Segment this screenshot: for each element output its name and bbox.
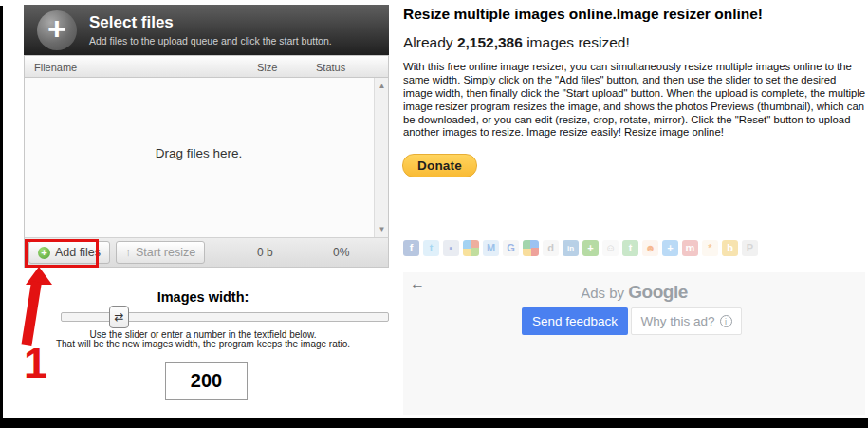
start-arrow-icon: ↑	[125, 246, 131, 259]
drop-files-hint: Drag files here.	[25, 146, 373, 160]
highlight-rectangle	[25, 239, 99, 268]
column-status: Status	[316, 62, 345, 73]
upload-widget-subtitle: Add files to the upload queue and click …	[89, 35, 332, 47]
digg-icon[interactable]: d	[543, 240, 559, 256]
msn-icon[interactable]: M	[483, 240, 499, 256]
mixx-icon[interactable]: m	[682, 240, 698, 256]
facebook-icon[interactable]: f	[403, 240, 419, 256]
width-input[interactable]	[165, 362, 248, 400]
google-buzz-icon[interactable]: +	[662, 240, 678, 256]
reddit-icon[interactable]: ☺	[602, 240, 619, 256]
google-bookmarks-icon[interactable]: G	[503, 240, 519, 256]
google-ad-panel: ← Ads by Google Send feedback Why this a…	[403, 272, 865, 415]
ads-by-text: Ads by	[581, 285, 628, 301]
width-slider-handle[interactable]: ⇄	[109, 306, 129, 328]
intro-paragraph: With this free online image resizer, you…	[403, 61, 867, 140]
slider-help-line2: That will be the new images width, the p…	[0, 339, 406, 349]
slider-handle-icon: ⇄	[114, 310, 123, 324]
start-resize-label: Start resize	[136, 246, 195, 259]
share-icons-row: ft▪MGdin+☺t☻+m*bP	[403, 240, 758, 256]
donate-button[interactable]: Donate	[402, 154, 477, 177]
page-title: Resize multiple images online.Image resi…	[403, 6, 866, 23]
images-width-heading: Images width:	[0, 289, 406, 305]
google-logo: Google	[628, 282, 687, 302]
file-list-scrollbar[interactable]: ▲ ▼	[374, 78, 388, 237]
blogmarks-icon[interactable]: b	[722, 240, 738, 256]
windows-live-icon[interactable]	[463, 240, 479, 256]
send-feedback-button[interactable]: Send feedback	[522, 307, 628, 335]
upload-widget-title: Select files	[89, 13, 332, 32]
file-list-header: Filename Size Status	[24, 55, 389, 78]
resized-counter: Already 2,152,386 images resized!	[403, 34, 630, 51]
technorati-icon[interactable]: t	[622, 240, 638, 256]
twitter-icon[interactable]: t	[423, 240, 439, 256]
bottom-border	[0, 418, 868, 428]
total-progress-value: 0%	[333, 246, 349, 259]
myspace-icon[interactable]: ☻	[642, 240, 658, 256]
start-resize-button[interactable]: ↑ Start resize	[116, 241, 205, 264]
total-size-value: 0 b	[257, 246, 273, 259]
posterous-icon[interactable]: P	[742, 240, 758, 256]
counter-suffix: images resized!	[523, 34, 630, 50]
file-drop-zone[interactable]: Drag files here. ▲ ▼	[24, 78, 389, 237]
left-border	[0, 6, 3, 428]
why-this-ad-button[interactable]: Why this ad? i	[631, 307, 742, 335]
counter-value: 2,152,386	[457, 34, 523, 50]
scroll-down-icon[interactable]: ▼	[375, 225, 389, 233]
upload-widget-header: + Select files Add files to the upload q…	[24, 5, 389, 55]
why-this-ad-label: Why this ad?	[640, 314, 714, 328]
sharethis-icon[interactable]: +	[582, 240, 599, 256]
scroll-up-icon[interactable]: ▲	[375, 82, 389, 90]
column-filename: Filename	[34, 62, 77, 73]
info-icon: i	[720, 315, 732, 327]
ads-by-google-label: Ads by Google	[403, 282, 865, 303]
google-icon[interactable]	[523, 240, 539, 256]
counter-prefix: Already	[403, 34, 457, 50]
column-size: Size	[257, 62, 277, 73]
delicious-icon[interactable]: ▪	[443, 240, 459, 256]
add-files-circle-icon: +	[37, 10, 77, 50]
page: + Select files Add files to the upload q…	[0, 0, 868, 428]
upload-widget: + Select files Add files to the upload q…	[24, 5, 389, 268]
linkedin-icon[interactable]: in	[563, 240, 579, 256]
sphinn-icon[interactable]: *	[702, 240, 718, 256]
